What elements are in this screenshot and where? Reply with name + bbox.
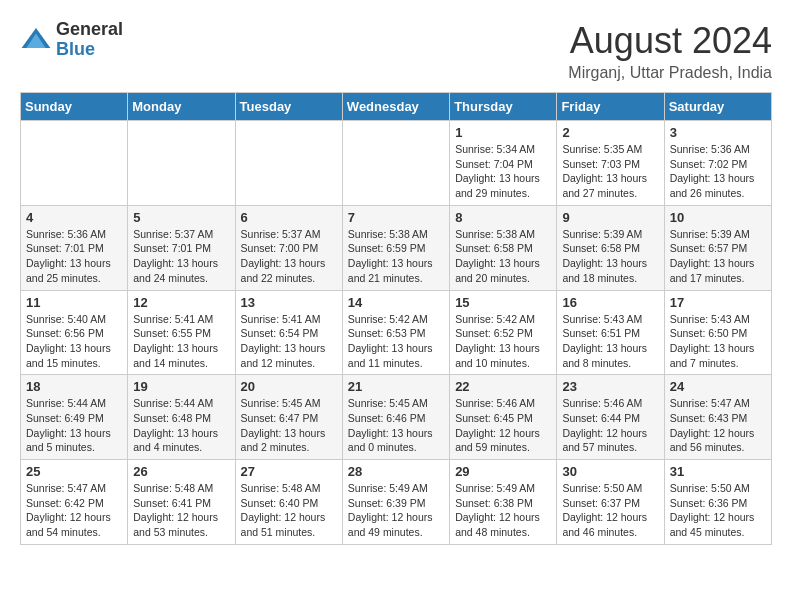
day-cell: 18Sunrise: 5:44 AM Sunset: 6:49 PM Dayli…: [21, 375, 128, 460]
day-cell: [21, 121, 128, 206]
day-info: Sunrise: 5:41 AM Sunset: 6:54 PM Dayligh…: [241, 312, 337, 371]
day-info: Sunrise: 5:39 AM Sunset: 6:57 PM Dayligh…: [670, 227, 766, 286]
day-info: Sunrise: 5:36 AM Sunset: 7:01 PM Dayligh…: [26, 227, 122, 286]
day-info: Sunrise: 5:42 AM Sunset: 6:53 PM Dayligh…: [348, 312, 444, 371]
day-number: 4: [26, 210, 122, 225]
weekday-saturday: Saturday: [664, 93, 771, 121]
day-info: Sunrise: 5:39 AM Sunset: 6:58 PM Dayligh…: [562, 227, 658, 286]
day-number: 14: [348, 295, 444, 310]
day-number: 31: [670, 464, 766, 479]
day-number: 28: [348, 464, 444, 479]
day-number: 30: [562, 464, 658, 479]
day-number: 6: [241, 210, 337, 225]
day-info: Sunrise: 5:34 AM Sunset: 7:04 PM Dayligh…: [455, 142, 551, 201]
day-number: 3: [670, 125, 766, 140]
day-number: 20: [241, 379, 337, 394]
day-number: 24: [670, 379, 766, 394]
day-number: 12: [133, 295, 229, 310]
day-number: 9: [562, 210, 658, 225]
weekday-tuesday: Tuesday: [235, 93, 342, 121]
day-cell: 23Sunrise: 5:46 AM Sunset: 6:44 PM Dayli…: [557, 375, 664, 460]
weekday-friday: Friday: [557, 93, 664, 121]
day-info: Sunrise: 5:50 AM Sunset: 6:36 PM Dayligh…: [670, 481, 766, 540]
weekday-header-row: SundayMondayTuesdayWednesdayThursdayFrid…: [21, 93, 772, 121]
day-cell: 3Sunrise: 5:36 AM Sunset: 7:02 PM Daylig…: [664, 121, 771, 206]
day-info: Sunrise: 5:43 AM Sunset: 6:51 PM Dayligh…: [562, 312, 658, 371]
day-number: 26: [133, 464, 229, 479]
week-row-3: 11Sunrise: 5:40 AM Sunset: 6:56 PM Dayli…: [21, 290, 772, 375]
day-cell: 7Sunrise: 5:38 AM Sunset: 6:59 PM Daylig…: [342, 205, 449, 290]
day-cell: [342, 121, 449, 206]
day-cell: 1Sunrise: 5:34 AM Sunset: 7:04 PM Daylig…: [450, 121, 557, 206]
day-info: Sunrise: 5:40 AM Sunset: 6:56 PM Dayligh…: [26, 312, 122, 371]
calendar-table: SundayMondayTuesdayWednesdayThursdayFrid…: [20, 92, 772, 545]
week-row-5: 25Sunrise: 5:47 AM Sunset: 6:42 PM Dayli…: [21, 460, 772, 545]
day-cell: 16Sunrise: 5:43 AM Sunset: 6:51 PM Dayli…: [557, 290, 664, 375]
day-cell: 15Sunrise: 5:42 AM Sunset: 6:52 PM Dayli…: [450, 290, 557, 375]
day-cell: [128, 121, 235, 206]
day-number: 29: [455, 464, 551, 479]
day-cell: 25Sunrise: 5:47 AM Sunset: 6:42 PM Dayli…: [21, 460, 128, 545]
day-cell: 12Sunrise: 5:41 AM Sunset: 6:55 PM Dayli…: [128, 290, 235, 375]
day-number: 11: [26, 295, 122, 310]
day-number: 23: [562, 379, 658, 394]
day-info: Sunrise: 5:48 AM Sunset: 6:41 PM Dayligh…: [133, 481, 229, 540]
day-cell: 14Sunrise: 5:42 AM Sunset: 6:53 PM Dayli…: [342, 290, 449, 375]
day-info: Sunrise: 5:49 AM Sunset: 6:38 PM Dayligh…: [455, 481, 551, 540]
day-cell: [235, 121, 342, 206]
day-number: 19: [133, 379, 229, 394]
day-cell: 20Sunrise: 5:45 AM Sunset: 6:47 PM Dayli…: [235, 375, 342, 460]
logo-line1: General: [56, 20, 123, 40]
day-number: 10: [670, 210, 766, 225]
day-cell: 17Sunrise: 5:43 AM Sunset: 6:50 PM Dayli…: [664, 290, 771, 375]
day-cell: 2Sunrise: 5:35 AM Sunset: 7:03 PM Daylig…: [557, 121, 664, 206]
day-info: Sunrise: 5:46 AM Sunset: 6:45 PM Dayligh…: [455, 396, 551, 455]
day-number: 18: [26, 379, 122, 394]
day-info: Sunrise: 5:50 AM Sunset: 6:37 PM Dayligh…: [562, 481, 658, 540]
day-number: 8: [455, 210, 551, 225]
day-info: Sunrise: 5:38 AM Sunset: 6:58 PM Dayligh…: [455, 227, 551, 286]
month-year: August 2024: [568, 20, 772, 62]
logo-text: General Blue: [56, 20, 123, 60]
day-info: Sunrise: 5:49 AM Sunset: 6:39 PM Dayligh…: [348, 481, 444, 540]
day-info: Sunrise: 5:37 AM Sunset: 7:01 PM Dayligh…: [133, 227, 229, 286]
day-info: Sunrise: 5:44 AM Sunset: 6:49 PM Dayligh…: [26, 396, 122, 455]
week-row-1: 1Sunrise: 5:34 AM Sunset: 7:04 PM Daylig…: [21, 121, 772, 206]
day-info: Sunrise: 5:37 AM Sunset: 7:00 PM Dayligh…: [241, 227, 337, 286]
day-info: Sunrise: 5:42 AM Sunset: 6:52 PM Dayligh…: [455, 312, 551, 371]
day-cell: 13Sunrise: 5:41 AM Sunset: 6:54 PM Dayli…: [235, 290, 342, 375]
day-info: Sunrise: 5:45 AM Sunset: 6:47 PM Dayligh…: [241, 396, 337, 455]
weekday-monday: Monday: [128, 93, 235, 121]
day-cell: 27Sunrise: 5:48 AM Sunset: 6:40 PM Dayli…: [235, 460, 342, 545]
location: Mirganj, Uttar Pradesh, India: [568, 64, 772, 82]
day-number: 1: [455, 125, 551, 140]
day-info: Sunrise: 5:36 AM Sunset: 7:02 PM Dayligh…: [670, 142, 766, 201]
day-cell: 22Sunrise: 5:46 AM Sunset: 6:45 PM Dayli…: [450, 375, 557, 460]
day-cell: 11Sunrise: 5:40 AM Sunset: 6:56 PM Dayli…: [21, 290, 128, 375]
day-cell: 19Sunrise: 5:44 AM Sunset: 6:48 PM Dayli…: [128, 375, 235, 460]
title-section: August 2024 Mirganj, Uttar Pradesh, Indi…: [568, 20, 772, 82]
day-number: 2: [562, 125, 658, 140]
day-info: Sunrise: 5:35 AM Sunset: 7:03 PM Dayligh…: [562, 142, 658, 201]
day-cell: 8Sunrise: 5:38 AM Sunset: 6:58 PM Daylig…: [450, 205, 557, 290]
day-number: 7: [348, 210, 444, 225]
day-info: Sunrise: 5:47 AM Sunset: 6:42 PM Dayligh…: [26, 481, 122, 540]
day-cell: 29Sunrise: 5:49 AM Sunset: 6:38 PM Dayli…: [450, 460, 557, 545]
day-number: 25: [26, 464, 122, 479]
logo: General Blue: [20, 20, 123, 60]
day-cell: 31Sunrise: 5:50 AM Sunset: 6:36 PM Dayli…: [664, 460, 771, 545]
day-number: 17: [670, 295, 766, 310]
day-info: Sunrise: 5:44 AM Sunset: 6:48 PM Dayligh…: [133, 396, 229, 455]
day-cell: 5Sunrise: 5:37 AM Sunset: 7:01 PM Daylig…: [128, 205, 235, 290]
day-cell: 6Sunrise: 5:37 AM Sunset: 7:00 PM Daylig…: [235, 205, 342, 290]
logo-icon: [20, 24, 52, 56]
day-cell: 24Sunrise: 5:47 AM Sunset: 6:43 PM Dayli…: [664, 375, 771, 460]
day-info: Sunrise: 5:47 AM Sunset: 6:43 PM Dayligh…: [670, 396, 766, 455]
day-info: Sunrise: 5:48 AM Sunset: 6:40 PM Dayligh…: [241, 481, 337, 540]
day-cell: 21Sunrise: 5:45 AM Sunset: 6:46 PM Dayli…: [342, 375, 449, 460]
day-cell: 26Sunrise: 5:48 AM Sunset: 6:41 PM Dayli…: [128, 460, 235, 545]
weekday-wednesday: Wednesday: [342, 93, 449, 121]
day-number: 15: [455, 295, 551, 310]
week-row-2: 4Sunrise: 5:36 AM Sunset: 7:01 PM Daylig…: [21, 205, 772, 290]
day-number: 13: [241, 295, 337, 310]
